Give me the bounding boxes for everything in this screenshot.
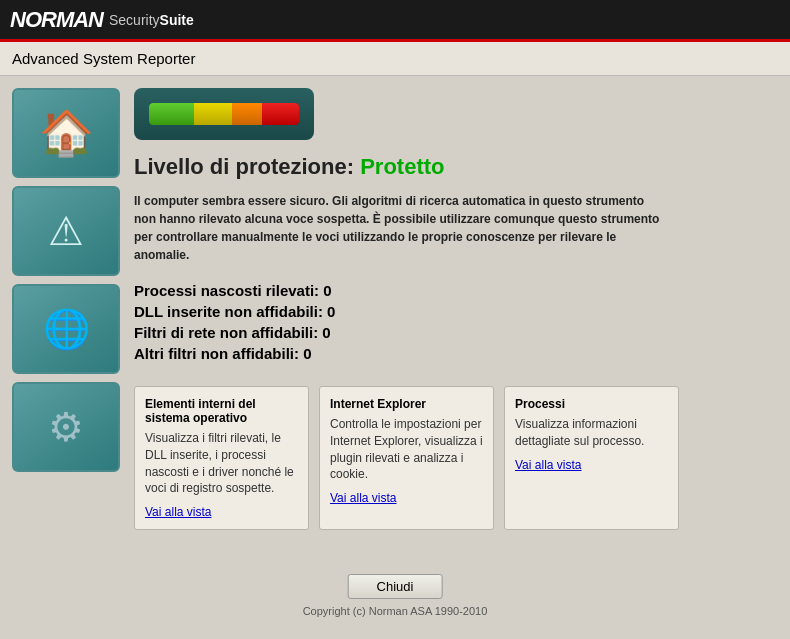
protection-level-text: Livello di protezione: Protetto <box>134 154 778 180</box>
bar-green <box>149 103 194 125</box>
card-os-link[interactable]: Vai alla vista <box>145 505 211 519</box>
bar-red <box>262 103 300 125</box>
protection-bar-track <box>149 103 299 125</box>
cards-section: Elementi interni del sistema operativo V… <box>134 386 778 530</box>
bar-orange <box>232 103 262 125</box>
stat-dll: DLL inserite non affidabili: 0 <box>134 303 778 320</box>
card-processes-title: Processi <box>515 397 668 411</box>
stat-other-filters: Altri filtri non affidabili: 0 <box>134 345 778 362</box>
logo-norman: NORMAN <box>10 7 103 33</box>
card-ie-title: Internet Explorer <box>330 397 483 411</box>
stat-hidden-processes: Processi nascosti rilevati: 0 <box>134 282 778 299</box>
home-button[interactable]: 🏠 <box>12 88 120 178</box>
house-icon: 🏠 <box>39 107 94 159</box>
description-text: Il computer sembra essere sicuro. Gli al… <box>134 192 664 264</box>
sidebar: 🏠 ⚠ 🌐 ⚙ <box>12 88 122 625</box>
network-icon: 🌐 <box>43 307 90 351</box>
main-content: 🏠 ⚠ 🌐 ⚙ Livello di protezione: Protetto <box>0 76 790 637</box>
warning-button[interactable]: ⚠ <box>12 186 120 276</box>
card-ie: Internet Explorer Controlla le impostazi… <box>319 386 494 530</box>
warning-icon: ⚠ <box>48 208 84 254</box>
footer: Chiudi Copyright (c) Norman ASA 1990-201… <box>303 574 488 617</box>
protection-label: Livello di protezione: <box>134 154 354 179</box>
app-header: NORMAN Security Suite <box>0 0 790 42</box>
close-button[interactable]: Chiudi <box>348 574 443 599</box>
protection-status: Protetto <box>360 154 444 179</box>
card-os: Elementi interni del sistema operativo V… <box>134 386 309 530</box>
copyright-text: Copyright (c) Norman ASA 1990-2010 <box>303 605 488 617</box>
page-title: Advanced System Reporter <box>0 42 790 76</box>
bar-yellow <box>194 103 232 125</box>
card-os-desc: Visualizza i filtri rilevati, le DLL ins… <box>145 430 298 497</box>
logo-suite: Suite <box>160 12 194 28</box>
card-os-title: Elementi interni del sistema operativo <box>145 397 298 425</box>
card-processes: Processi Visualizza informazioni dettagl… <box>504 386 679 530</box>
stat-network-filters: Filtri di rete non affidabili: 0 <box>134 324 778 341</box>
card-processes-desc: Visualizza informazioni dettagliate sul … <box>515 416 668 450</box>
content-area: Livello di protezione: Protetto Il compu… <box>134 88 778 625</box>
logo-security: Security <box>109 12 160 28</box>
settings-button[interactable]: ⚙ <box>12 382 120 472</box>
card-ie-desc: Controlla le impostazioni per Internet E… <box>330 416 483 483</box>
card-ie-link[interactable]: Vai alla vista <box>330 491 396 505</box>
stats-section: Processi nascosti rilevati: 0 DLL inseri… <box>134 282 778 366</box>
protection-bar-container <box>134 88 314 140</box>
network-button[interactable]: 🌐 <box>12 284 120 374</box>
card-processes-link[interactable]: Vai alla vista <box>515 458 581 472</box>
gear-icon: ⚙ <box>48 404 84 450</box>
